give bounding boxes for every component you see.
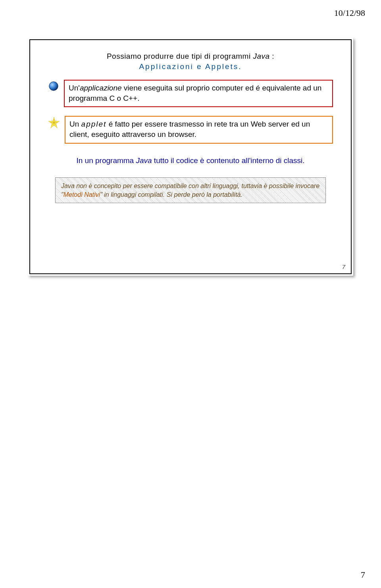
footnote-java: Java <box>61 183 75 189</box>
circle-bullet-icon <box>48 81 59 92</box>
slide-subtitle: Applicazioni e Applets. <box>48 62 333 71</box>
statement-java: Java <box>136 156 152 165</box>
slide-title: Possiamo produrre due tipi di programmi … <box>48 52 333 61</box>
bullet-row-2: Un applet é fatto per essere trasmesso i… <box>48 116 333 143</box>
svg-point-0 <box>49 82 58 90</box>
star-bullet-icon <box>48 117 60 129</box>
footnote-box: Java non è concepito per essere compatib… <box>55 177 326 203</box>
box2-pre: Un <box>69 120 81 128</box>
slide-frame: Possiamo produrre due tipi di programmi … <box>28 38 353 276</box>
info-box-applet: Un applet é fatto per essere trasmesso i… <box>65 116 333 143</box>
page-date: 10/12/98 <box>334 8 365 18</box>
title-text-post: : <box>270 52 275 60</box>
slide-page-number: 7 <box>342 263 345 270</box>
box2-em: applet <box>81 120 107 128</box>
highlight-underline <box>82 76 272 79</box>
info-box-application: Un'applicazione viene eseguita sul propr… <box>64 80 333 107</box>
statement-text: In un programma Java tutto il codice è c… <box>48 156 333 166</box>
slide-content: Possiamo produrre due tipi di programmi … <box>30 40 351 211</box>
bullet-row-1: Un'applicazione viene eseguita sul propr… <box>48 80 333 107</box>
statement-mid: tutto il codice è contenuto all'interno … <box>152 156 305 165</box>
slide-inner: Possiamo produrre due tipi di programmi … <box>29 39 352 274</box>
title-java: Java <box>253 52 269 60</box>
box1-em: applicazione <box>80 84 122 92</box>
document-page-number: 7 <box>361 570 365 580</box>
title-text-pre: Possiamo produrre due tipi di programmi <box>107 52 253 60</box>
footnote-text2: " in linguaggi compilati. Si perde però … <box>100 191 242 198</box>
statement-pre: In un programma <box>76 156 136 165</box>
box1-pre: Un' <box>69 84 80 92</box>
footnote-methods: Metodi Nativi <box>64 191 100 198</box>
